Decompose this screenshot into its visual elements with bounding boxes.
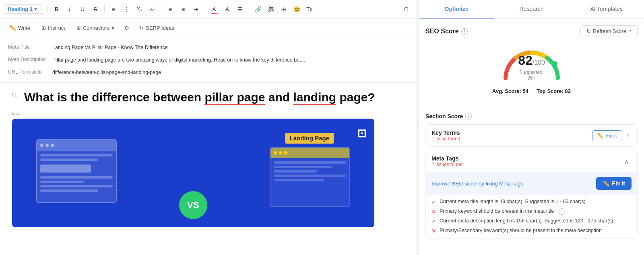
ordered-list-button[interactable]: ≡ [108, 4, 119, 15]
align-center-button[interactable]: ☰ [234, 4, 246, 15]
meta-title-label: Meta Title [8, 44, 52, 50]
instruct-tab[interactable]: ⊞ Instruct [37, 23, 70, 33]
key-terms-fix-button[interactable]: ✏️ Fix It [592, 130, 622, 141]
text-color-button[interactable]: A [208, 4, 220, 15]
meta-url-value[interactable]: difference-between-pillar-page-and-landi… [52, 69, 408, 76]
tab-ai-templates[interactable]: AI Templates [569, 0, 644, 19]
meta-tags-issues: 2 issues found [431, 162, 462, 167]
check-item-2: ✓ Current meta description length is 156… [431, 218, 632, 224]
gauge-container: 82/100 Suggested: 85+ Avg. Score: 54 Top… [425, 42, 638, 101]
instruct-icon: ⊞ [41, 25, 46, 31]
line-1 [40, 154, 113, 156]
history-button[interactable]: ⏱ [400, 4, 412, 15]
meta-tags-item: Meta Tags 2 issues found ∧ Improve SEO s… [425, 150, 638, 239]
align-right-button[interactable]: ≡ [178, 4, 189, 15]
emoji-button[interactable]: 😊 [291, 4, 302, 15]
meta-tags-fix-button[interactable]: ✏️ Fix It [596, 177, 632, 190]
refresh-score-button[interactable]: ↻ Refresh Score ↗ [580, 25, 638, 37]
section-score-title: Section Score i [425, 113, 638, 119]
key-terms-title: Key Terms [431, 130, 460, 136]
heading-chevron-icon: ▾ [34, 6, 37, 12]
align-left-button[interactable]: ≡ [165, 4, 176, 15]
superscript-button[interactable]: X² [147, 4, 158, 15]
heading-select[interactable]: Heading 1 ▾ [4, 4, 44, 14]
heading-select-label: Heading 1 [8, 6, 33, 12]
gauge-wrapper: 82/100 Suggested: 85+ [500, 46, 564, 84]
r-line-1 [274, 161, 346, 164]
tab-optimize[interactable]: Optimize [419, 0, 494, 19]
check-text-1: Primary keyword should be present in the… [440, 208, 554, 214]
connectors-tab[interactable]: ⊕ Connectors ▾ [72, 23, 119, 33]
unordered-list-button[interactable]: ⋮ [121, 4, 132, 15]
refresh-label: Refresh Score [593, 28, 626, 34]
meta-tags-info: Meta Tags 2 issues found [431, 155, 462, 167]
write-tab[interactable]: ✏️ Write [5, 23, 35, 33]
vs-label: VS [187, 200, 199, 210]
content-area[interactable]: h1 What is the difference between pillar… [0, 83, 416, 255]
underline-button[interactable]: U [77, 4, 88, 15]
check-fail-icon-3: ✕ [431, 228, 436, 234]
check-text-2: Current meta description length is 156 c… [440, 218, 613, 224]
avg-score-value: 54 [522, 88, 528, 94]
meta-section: Meta Title Landing Page Vs Pillar Page -… [0, 37, 416, 83]
key-terms-header[interactable]: Key Terms 1 issue found ✏️ Fix It › [426, 125, 637, 146]
key-terms-actions: ✏️ Fix It › [592, 130, 632, 141]
section-score-info-icon[interactable]: i [465, 113, 472, 119]
serp-icon: ↻ [139, 25, 144, 31]
toolbar-divider-5 [249, 5, 249, 13]
settings-button[interactable]: ⚙ [121, 22, 133, 34]
check-text-0: Current meta title length is 49 char(s).… [440, 199, 586, 204]
write-icon: ✏️ [10, 25, 16, 31]
brand-icon: ⊡ [357, 127, 366, 140]
fix-it-icon: ✏️ [603, 180, 609, 187]
table-button[interactable]: ⊞ [278, 4, 289, 15]
main-toolbar: Heading 1 ▾ B I U S ≡ ⋮ X₂ X² ≡ ≡ ⇥ A A̲… [0, 0, 416, 19]
toolbar-right: ⏱ [400, 4, 412, 15]
strikethrough-button[interactable]: S [90, 4, 101, 15]
dot-y1 [274, 151, 277, 154]
meta-tags-header[interactable]: Meta Tags 2 issues found ∧ [426, 150, 637, 172]
toolbar-divider-2 [104, 5, 105, 13]
meta-desc-label: Meta Description [8, 56, 52, 62]
meta-tags-chevron[interactable]: ∧ [622, 157, 632, 166]
link-button[interactable]: 🔗 [252, 4, 264, 15]
right-card-header [270, 148, 349, 158]
dot-y3 [284, 151, 287, 154]
serp-ideas-button[interactable]: ↻ SERP Ideas [134, 23, 179, 33]
seo-score-title-group: SEO Score i [425, 28, 468, 35]
meta-title-row: Meta Title Landing Page Vs Pillar Page -… [8, 41, 408, 54]
check-info-icon-1[interactable]: i [559, 208, 565, 215]
italic-button[interactable]: I [64, 4, 75, 15]
fix-it-label: Fix It [606, 133, 617, 139]
img-label-row: img [12, 111, 404, 116]
check-fail-icon-1: ✕ [431, 208, 436, 215]
subscript-button[interactable]: X₂ [134, 4, 145, 15]
serp-label: SERP Ideas [146, 25, 174, 31]
external-link-icon: ↗ [628, 29, 632, 33]
toolbar-divider-4 [205, 5, 205, 13]
landing-page-card [270, 147, 350, 207]
r-line-2 [274, 166, 332, 168]
clear-format-button[interactable]: Tx [304, 4, 315, 15]
pillar-page-card [36, 139, 117, 203]
text-bg-button[interactable]: A̲ [221, 4, 233, 15]
indent-button[interactable]: ⇥ [190, 4, 202, 15]
key-terms-issues: 1 issue found [431, 136, 460, 142]
right-panel-content: SEO Score i ↻ Refresh Score ↗ [419, 19, 644, 255]
line-6 [40, 189, 98, 192]
line-4 [40, 181, 84, 183]
article-title[interactable]: What is the difference between pillar pa… [24, 89, 375, 105]
bold-button[interactable]: B [51, 4, 62, 15]
image-button[interactable]: 🖼 [265, 4, 277, 15]
key-terms-chevron[interactable]: › [625, 131, 632, 140]
section-score-label: Section Score [425, 113, 463, 119]
meta-desc-value[interactable]: Pillar page and landing page are two ama… [52, 56, 408, 64]
landing-page-label: Landing Page [285, 133, 334, 144]
check-text-3: Primary/Secondary keyword(s) should be p… [440, 228, 602, 233]
check-pass-icon-0: ✓ [431, 199, 436, 205]
meta-title-value[interactable]: Landing Page Vs Pillar Page - Know The D… [52, 44, 408, 51]
img-tag-label: img [12, 111, 19, 116]
tab-research[interactable]: Research [494, 0, 569, 19]
seo-score-info-icon[interactable]: i [461, 28, 468, 35]
score-display: 82/100 Suggested: 85+ [516, 53, 548, 81]
